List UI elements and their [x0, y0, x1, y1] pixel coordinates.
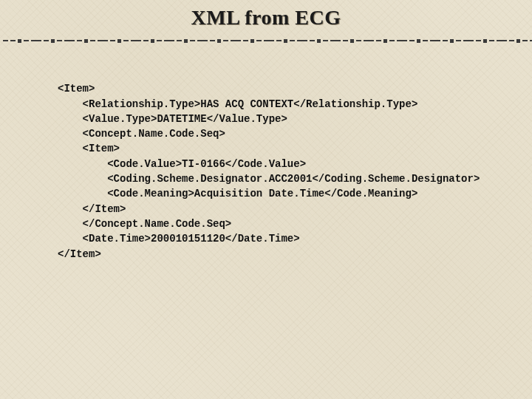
code-line: </Item>	[58, 203, 126, 215]
code-line: <Concept.Name.Code.Seq>	[58, 128, 225, 140]
slide-title: XML from ECG XML from ECG	[0, 6, 532, 30]
code-line: </Item>	[58, 248, 101, 260]
code-line: <Date.Time>200010151120</Date.Time>	[58, 233, 300, 245]
code-line: <Code.Value>TI-0166</Code.Value>	[58, 158, 306, 170]
code-line: <Code.Meaning>Acquisition Date.Time</Cod…	[58, 188, 417, 200]
code-line: </Concept.Name.Code.Seq>	[58, 218, 231, 230]
code-line: <Item>	[58, 83, 95, 95]
code-line: <Relationship.Type>HAS ACQ CONTEXT</Rela…	[58, 98, 417, 110]
code-line: <Value.Type>DATETIME</Value.Type>	[58, 113, 287, 125]
code-line: <Coding.Scheme.Designator.ACC2001</Codin…	[58, 173, 480, 185]
xml-code-block: <Item> <Relationship.Type>HAS ACQ CONTEX…	[58, 66, 480, 262]
title-divider	[0, 37, 532, 44]
slide-title-text: XML from ECG	[191, 6, 341, 29]
code-line: <Item>	[58, 143, 120, 154]
